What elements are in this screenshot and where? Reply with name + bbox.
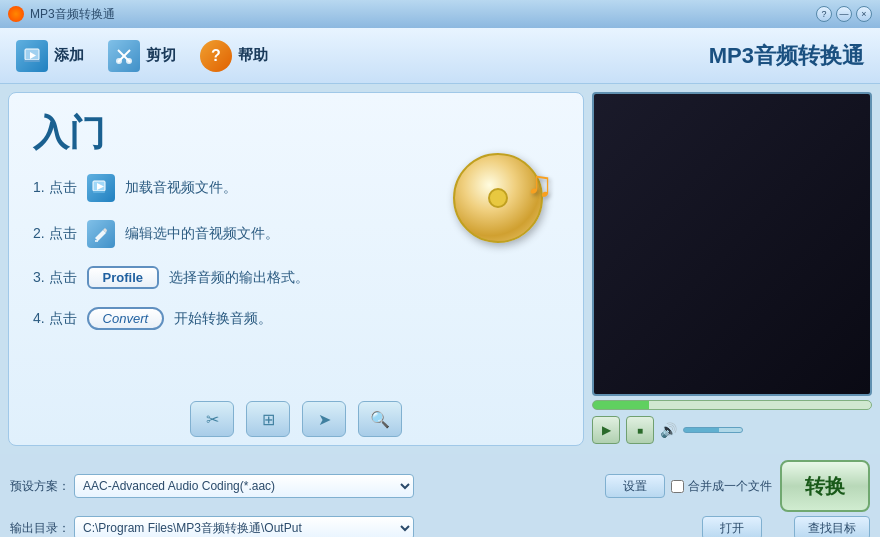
title-bar: MP3音频转换通 ? — × (0, 0, 880, 28)
help-icon: ? (200, 40, 232, 72)
video-screen (592, 92, 872, 396)
search-ctrl-button[interactable]: 🔍 (358, 401, 402, 437)
help-button[interactable]: ? (816, 6, 832, 22)
cut-label: 剪切 (146, 46, 176, 65)
video-progress-bar[interactable] (592, 400, 872, 410)
step-2-text: 编辑选中的音视频文件。 (125, 225, 279, 243)
cut-ctrl-button[interactable]: ✂ (190, 401, 234, 437)
settings-bar: 预设方案： AAC-Advanced Audio Coding(*.aac) 设… (0, 454, 880, 537)
preset-label: 预设方案： (10, 478, 70, 495)
minimize-button[interactable]: — (836, 6, 852, 22)
convert-inline-button[interactable]: Convert (87, 307, 165, 330)
cut-icon (108, 40, 140, 72)
paste-ctrl-button[interactable]: ➤ (302, 401, 346, 437)
close-button[interactable]: × (856, 6, 872, 22)
step-2-icon (87, 220, 115, 248)
output-label: 输出目录： (10, 520, 70, 537)
toolbar: 添加 剪切 ? 帮助 MP3音频转换通 (0, 28, 880, 84)
svg-point-6 (126, 58, 132, 64)
play-button[interactable]: ▶ (592, 416, 620, 444)
title-bar-controls: ? — × (816, 6, 872, 22)
step-3-text: 选择音频的输出格式。 (169, 269, 309, 287)
cut-icon-wrapper (108, 40, 140, 72)
main-area: 入门 ♫ 1. 点击 加载音视频文件。 (0, 84, 880, 454)
step-4: 4. 点击 Convert 开始转换音频。 (33, 307, 559, 330)
welcome-title: 入门 (33, 109, 559, 158)
step-1-num: 1. 点击 (33, 179, 77, 197)
help-toolbar-button[interactable]: ? 帮助 (200, 40, 268, 72)
step-3: 3. 点击 Profile 选择音频的输出格式。 (33, 266, 559, 289)
step-1-text: 加载音视频文件。 (125, 179, 237, 197)
step-2-num: 2. 点击 (33, 225, 77, 243)
add-button[interactable]: 添加 (16, 40, 84, 72)
output-select[interactable]: C:\Program Files\MP3音频转换通\OutPut (74, 516, 414, 537)
help-label: 帮助 (238, 46, 268, 65)
preset-select[interactable]: AAC-Advanced Audio Coding(*.aac) (74, 474, 414, 498)
app-icon (8, 6, 24, 22)
step-4-text: 开始转换音频。 (174, 310, 272, 328)
cut-button[interactable]: 剪切 (108, 40, 176, 72)
volume-icon: 🔊 (660, 422, 677, 438)
copy-ctrl-button[interactable]: ⊞ (246, 401, 290, 437)
svg-point-5 (116, 58, 122, 64)
convert-button[interactable]: 转换 (780, 460, 870, 512)
add-icon (16, 40, 48, 72)
step-1-icon (87, 174, 115, 202)
merge-checkbox-label: 合并成一个文件 (671, 478, 772, 495)
welcome-panel: 入门 ♫ 1. 点击 加载音视频文件。 (8, 92, 584, 446)
title-bar-left: MP3音频转换通 (8, 6, 115, 23)
step-4-num: 4. 点击 (33, 310, 77, 328)
stop-button[interactable]: ■ (626, 416, 654, 444)
title-bar-text: MP3音频转换通 (30, 6, 115, 23)
add-label: 添加 (54, 46, 84, 65)
svg-rect-2 (24, 60, 40, 62)
add-icon-wrapper (16, 40, 48, 72)
merge-label-text: 合并成一个文件 (688, 478, 772, 495)
svg-rect-9 (93, 191, 105, 193)
open-button[interactable]: 打开 (702, 516, 762, 537)
cd-decoration: ♫ (453, 153, 553, 253)
merge-checkbox-input[interactable] (671, 480, 684, 493)
profile-button[interactable]: Profile (87, 266, 159, 289)
video-controls: ▶ ■ 🔊 (592, 414, 872, 446)
app-title: MP3音频转换通 (709, 41, 864, 71)
panel-bottom-controls: ✂ ⊞ ➤ 🔍 (9, 401, 583, 437)
find-target-button[interactable]: 查找目标 (794, 516, 870, 537)
music-note-icon: ♫ (526, 163, 553, 205)
help-icon-wrapper: ? (200, 40, 232, 72)
video-panel: ▶ ■ 🔊 (592, 92, 872, 446)
volume-slider[interactable] (683, 427, 743, 433)
settings-button[interactable]: 设置 (605, 474, 665, 498)
toolbar-left: 添加 剪切 ? 帮助 (16, 40, 268, 72)
step-3-num: 3. 点击 (33, 269, 77, 287)
cd-center (488, 188, 508, 208)
